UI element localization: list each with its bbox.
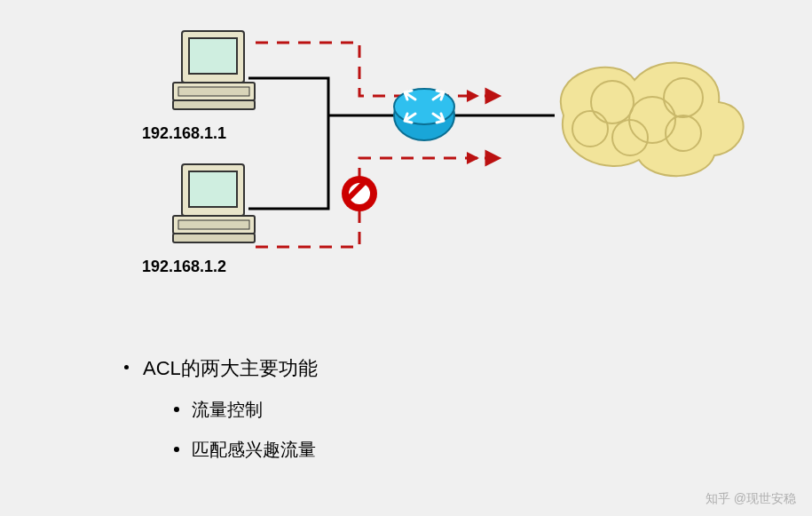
svg-rect-11 [189,171,237,207]
svg-point-14 [394,89,454,124]
ip-label-host1: 192.168.1.1 [142,124,226,143]
sub-bullet-1: 流量控制 [174,398,318,422]
network-diagram [0,0,812,320]
acl-diagram-slide: 192.168.1.1 192.168.1.2 ACL的两大主要功能 流量控制 … [0,0,812,516]
host-computer-icon [173,164,255,242]
host-computer-icon [173,31,255,109]
sub-text-1: 流量控制 [192,400,263,419]
ip-label-host2: 192.168.1.2 [142,258,226,276]
heading-line: ACL的两大主要功能 [124,355,318,382]
bullet-list: ACL的两大主要功能 流量控制 匹配感兴趣流量 [124,355,318,462]
svg-rect-7 [178,87,249,96]
heading-text: ACL的两大主要功能 [143,357,318,379]
svg-rect-4 [173,100,255,109]
cloud-icon [561,63,744,177]
svg-rect-6 [189,38,237,74]
deny-icon [342,176,377,211]
router-icon [394,89,454,140]
bullet-icon [174,407,179,412]
watermark-text: 知乎 @现世安稳 [706,491,796,507]
sub-text-2: 匹配感兴趣流量 [192,440,316,459]
arrow-icon [467,152,499,164]
bullet-icon [174,447,179,452]
svg-rect-12 [178,220,249,229]
sub-bullet-2: 匹配感兴趣流量 [174,438,318,462]
bullet-icon [124,365,129,369]
arrow-icon [467,90,499,102]
flow-path-permitted [256,43,479,96]
svg-rect-9 [173,234,255,242]
